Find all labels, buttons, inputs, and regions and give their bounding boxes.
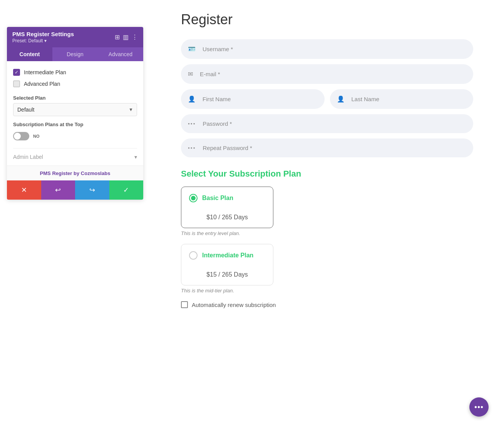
email-group: ✉ E-mail * <box>181 64 473 84</box>
advanced-checkbox[interactable] <box>13 80 20 87</box>
username-icon: 🪪 <box>188 45 196 53</box>
password-icon: ●●● <box>188 122 196 125</box>
name-row: 👤 First Name 👤 Last Name <box>181 89 473 109</box>
footer-brand: PMS Register <box>40 170 72 176</box>
firstname-icon: 👤 <box>188 95 196 103</box>
email-placeholder: E-mail * <box>200 71 220 77</box>
basic-plan-card[interactable]: Basic Plan $10 / 265 Days <box>181 187 273 228</box>
basic-plan-price: $10 / 265 Days <box>189 214 265 221</box>
panel-body: Intermediate Plan Advanced Plan Selected… <box>7 61 143 165</box>
left-panel: PMS Register Settings Preset: Default ▾ … <box>0 0 150 432</box>
fab-icon: ••• <box>474 403 484 412</box>
subscription-plans-label: Subscription Plans at the Top <box>13 122 137 127</box>
intermediate-plan-period: / 265 Days <box>218 271 248 278</box>
tab-content[interactable]: Content <box>7 47 52 61</box>
settings-panel: PMS Register Settings Preset: Default ▾ … <box>7 27 143 200</box>
tab-advanced[interactable]: Advanced <box>98 47 143 61</box>
intermediate-checkbox[interactable] <box>13 69 20 76</box>
admin-label-chevron: ▾ <box>134 154 137 160</box>
intermediate-plan-header: Intermediate Plan <box>189 251 265 260</box>
panel-footer: PMS Register by Cozmoslabs <box>7 165 143 180</box>
footer-by: by <box>72 170 80 176</box>
panel-actions: ✕ ↩ ↪ ✓ <box>7 180 143 200</box>
email-icon: ✉ <box>188 70 193 78</box>
basic-plan-description: This is the entry level plan. <box>181 230 473 236</box>
auto-renew-row: Automatically renew subscription <box>181 301 473 308</box>
plan-item-intermediate[interactable]: Intermediate Plan <box>13 67 137 78</box>
admin-label-header[interactable]: Admin Label ▾ <box>13 154 137 160</box>
panel-preset[interactable]: Preset: Default ▾ <box>12 38 74 43</box>
subscription-toggle[interactable] <box>13 132 29 140</box>
basic-plan-radio[interactable] <box>189 194 198 202</box>
intermediate-label: Intermediate Plan <box>24 69 66 75</box>
toggle-row: NO <box>13 132 137 140</box>
repeat-password-group: ●●● Repeat Password * <box>181 138 473 157</box>
selected-plan-label: Selected Plan <box>13 95 137 101</box>
subscription-title: Select Your Subscription Plan <box>181 169 473 179</box>
panel-icons: ⊞ ▥ ⋮ <box>115 33 138 41</box>
page-title: Register <box>181 12 473 28</box>
grid-icon[interactable]: ⊞ <box>115 33 120 41</box>
username-input[interactable]: 🪪 Username * <box>181 39 473 59</box>
firstname-placeholder: First Name <box>203 96 231 102</box>
intermediate-plan-name: Intermediate Plan <box>202 252 253 259</box>
repeat-password-placeholder: Repeat Password * <box>203 145 252 151</box>
panel-title: PMS Register Settings <box>12 31 74 37</box>
plan-item-advanced[interactable]: Advanced Plan <box>13 78 137 90</box>
auto-renew-checkbox[interactable] <box>181 301 188 308</box>
selected-plan-wrapper: Default Basic Plan Intermediate Plan Adv… <box>13 103 137 116</box>
lastname-icon: 👤 <box>337 95 345 103</box>
more-icon[interactable]: ⋮ <box>132 33 138 41</box>
intermediate-plan-price-value: $15 <box>206 271 217 278</box>
intermediate-plan-price: $15 / 265 Days <box>189 271 265 278</box>
username-placeholder: Username * <box>203 46 233 52</box>
repeat-password-input[interactable]: ●●● Repeat Password * <box>181 138 473 157</box>
panel-tabs: Content Design Advanced <box>7 47 143 61</box>
redo-button[interactable]: ↪ <box>75 180 109 200</box>
basic-plan-header: Basic Plan <box>189 194 265 202</box>
intermediate-plan-card[interactable]: Intermediate Plan $15 / 265 Days <box>181 244 273 285</box>
confirm-button[interactable]: ✓ <box>109 180 144 200</box>
auto-renew-label: Automatically renew subscription <box>192 302 276 308</box>
intermediate-plan-description: This is the mid-tier plan. <box>181 288 473 294</box>
admin-label-text: Admin Label <box>13 154 43 160</box>
basic-plan-period: / 265 Days <box>218 214 248 220</box>
tab-design[interactable]: Design <box>52 47 98 61</box>
basic-plan-radio-inner <box>191 196 196 200</box>
lastname-input[interactable]: 👤 Last Name <box>330 89 474 109</box>
intermediate-plan-radio[interactable] <box>189 251 198 260</box>
firstname-input[interactable]: 👤 First Name <box>181 89 325 109</box>
password-input[interactable]: ●●● Password * <box>181 114 473 133</box>
basic-plan-price-value: $10 <box>206 214 217 220</box>
undo-button[interactable]: ↩ <box>41 180 75 200</box>
columns-icon[interactable]: ▥ <box>123 33 129 41</box>
footer-link[interactable]: PMS Register by Cozmoslabs <box>40 170 111 176</box>
admin-label-section: Admin Label ▾ <box>13 148 137 160</box>
username-group: 🪪 Username * <box>181 39 473 59</box>
toggle-knob <box>14 133 21 140</box>
email-input[interactable]: ✉ E-mail * <box>181 64 473 84</box>
toggle-label: NO <box>33 134 40 138</box>
right-panel: Register 🪪 Username * ✉ E-mail * 👤 First… <box>150 0 504 432</box>
selected-plan-select[interactable]: Default Basic Plan Intermediate Plan Adv… <box>13 103 137 116</box>
lastname-placeholder: Last Name <box>352 96 380 102</box>
password-group: ●●● Password * <box>181 114 473 133</box>
footer-company: Cozmoslabs <box>81 170 111 176</box>
repeat-password-icon: ●●● <box>188 146 196 150</box>
advanced-label: Advanced Plan <box>24 81 60 87</box>
password-placeholder: Password * <box>203 120 232 127</box>
cancel-button[interactable]: ✕ <box>7 180 41 200</box>
fab-button[interactable]: ••• <box>469 397 489 417</box>
basic-plan-name: Basic Plan <box>202 195 233 202</box>
panel-header: PMS Register Settings Preset: Default ▾ … <box>7 27 143 47</box>
